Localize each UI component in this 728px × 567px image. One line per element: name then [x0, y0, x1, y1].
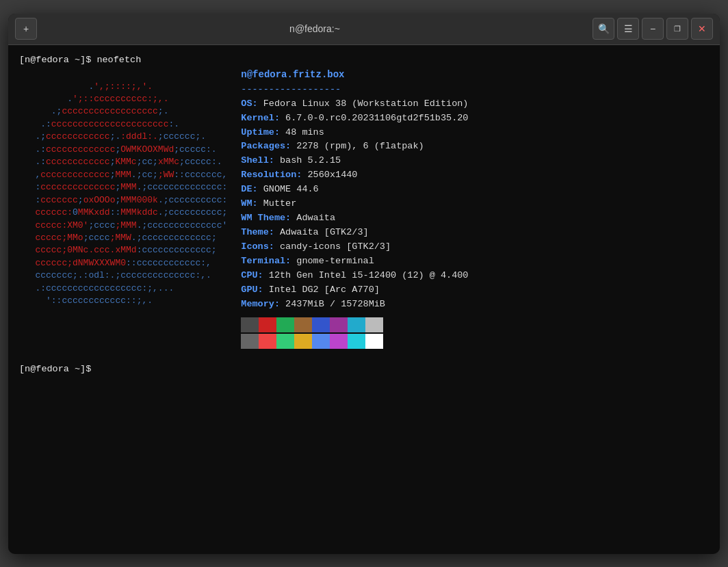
si-wm-theme: WM Theme: Adwaita [241, 211, 709, 226]
si-de: DE: GNOME 44.6 [241, 183, 709, 197]
si-resolution: Resolution: 2560x1440 [241, 168, 709, 183]
swatch-2 [276, 317, 294, 332]
swatch-12 [312, 334, 330, 349]
titlebar-right: 🔍 ☰ − ❐ ✕ [593, 18, 713, 40]
titlebar: + n@fedora:~ 🔍 ☰ − ❐ ✕ [8, 14, 720, 45]
terminal-body[interactable]: [n@fedora ~]$ neofetch .',;::::;,'. .';:… [8, 45, 720, 554]
si-os: OS: Fedora Linux 38 (Workstation Edition… [241, 97, 709, 111]
si-icons: Icons: candy-icons [GTK2/3] [241, 240, 709, 254]
color-palette [241, 317, 709, 349]
swatch-7 [365, 317, 383, 332]
swatch-3 [294, 317, 312, 332]
si-packages: Packages: 2278 (rpm), 6 (flatpak) [241, 140, 709, 154]
menu-button[interactable]: ☰ [617, 18, 639, 40]
swatch-9 [259, 334, 276, 349]
si-cpu: CPU: 12th Gen Intel i5-12400 (12) @ 4.40… [241, 269, 709, 283]
swatch-13 [330, 334, 348, 349]
swatch-0 [241, 317, 259, 332]
command-prompt: [n@fedora ~]$ neofetch [19, 53, 709, 67]
si-dashes: ------------------ [241, 83, 709, 97]
si-memory: Memory: 2437MiB / 15728MiB [241, 298, 709, 312]
close-button[interactable]: ✕ [691, 18, 713, 40]
swatch-5 [330, 317, 348, 332]
ascii-art: .',;::::;,'. .';::cccccccccc:;,. .;ccccc… [19, 68, 227, 348]
si-theme: Theme: Adwaita [GTK2/3] [241, 226, 709, 240]
si-shell: Shell: bash 5.2.15 [241, 154, 709, 168]
swatch-8 [241, 334, 259, 349]
search-icon: 🔍 [598, 23, 610, 34]
new-tab-icon: + [23, 23, 29, 34]
si-wm: WM: Mutter [241, 197, 709, 211]
window-title: n@fedora:~ [37, 23, 593, 34]
si-hostname: n@fedora.fritz.box [241, 68, 709, 83]
terminal-window: + n@fedora:~ 🔍 ☰ − ❐ ✕ [n@fed [8, 14, 720, 554]
minimize-icon: − [650, 23, 655, 34]
swatch-10 [276, 334, 294, 349]
menu-icon: ☰ [624, 23, 633, 34]
prompt-text: [n@fedora ~]$ neofetch [19, 55, 141, 65]
restore-icon: ❐ [674, 25, 681, 34]
bottom-prompt: [n@fedora ~]$ [19, 362, 709, 376]
si-terminal: Terminal: gnome-terminal [241, 254, 709, 269]
minimize-button[interactable]: − [642, 18, 664, 40]
close-icon: ✕ [698, 23, 706, 34]
swatch-4 [312, 317, 330, 332]
swatch-6 [348, 317, 365, 332]
palette-bottom-row [241, 334, 709, 349]
swatch-14 [348, 334, 365, 349]
swatch-1 [259, 317, 276, 332]
titlebar-left: + [15, 18, 37, 40]
si-gpu: GPU: Intel DG2 [Arc A770] [241, 283, 709, 298]
neofetch-output: .',;::::;,'. .';::cccccccccc:;,. .;ccccc… [19, 68, 709, 348]
palette-top-row [241, 317, 709, 332]
sysinfo: n@fedora.fritz.box ------------------ OS… [241, 68, 709, 348]
si-kernel: Kernel: 6.7.0-0.rc0.20231106gtd2f51b35.2… [241, 111, 709, 126]
restore-button[interactable]: ❐ [666, 18, 688, 40]
swatch-15 [365, 334, 383, 349]
bottom-prompt-text: [n@fedora ~]$ [19, 364, 91, 374]
swatch-11 [294, 334, 312, 349]
si-uptime: Uptime: 48 mins [241, 126, 709, 140]
new-tab-button[interactable]: + [15, 18, 37, 40]
search-button[interactable]: 🔍 [593, 18, 614, 40]
